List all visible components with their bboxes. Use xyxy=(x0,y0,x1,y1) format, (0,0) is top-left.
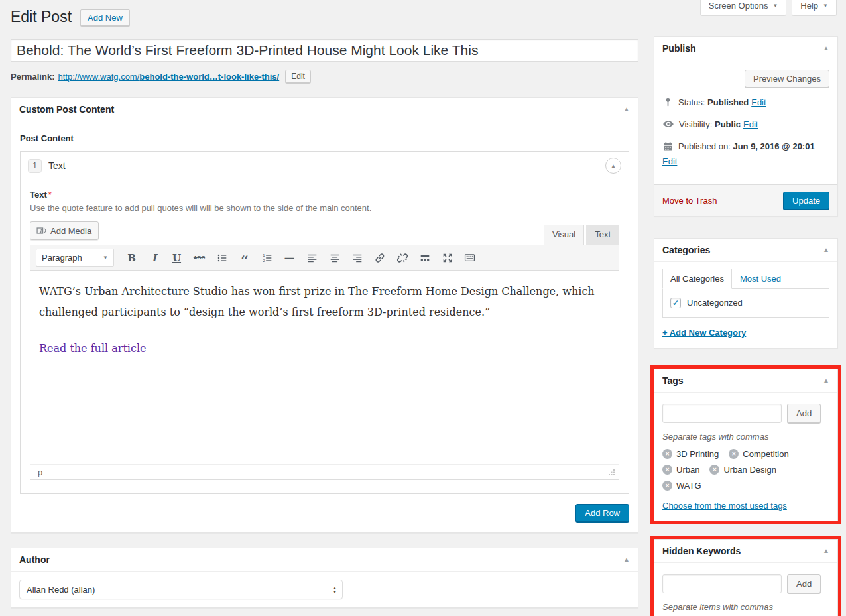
align-right-button[interactable] xyxy=(348,249,366,266)
tab-all-categories[interactable]: All Categories xyxy=(662,269,732,289)
categories-box-body: All Categories Most Used ✓ Uncategorized… xyxy=(654,262,837,348)
checkbox-checked-icon[interactable]: ✓ xyxy=(670,298,681,308)
post-title-input[interactable] xyxy=(11,39,638,62)
screen-options-label: Screen Options xyxy=(709,1,768,11)
collapse-arrow-icon: ▲ xyxy=(611,163,616,169)
status-value: Published xyxy=(707,97,749,107)
update-button[interactable]: Update xyxy=(783,192,829,210)
tag-chip: ✕3D Printing xyxy=(662,449,719,459)
author-select-value: Allan Redd (allan) xyxy=(27,585,95,595)
text-field-label-row: Text* xyxy=(30,190,619,200)
add-keyword-button[interactable]: Add xyxy=(787,574,821,593)
blockquote-button[interactable]: “ xyxy=(235,249,253,266)
permalink-edit-button[interactable]: Edit xyxy=(285,70,311,83)
help-button[interactable]: Help ▼ xyxy=(792,0,837,16)
keyboard-icon xyxy=(463,251,476,264)
publish-box-header[interactable]: Publish ▲ xyxy=(654,37,837,60)
preview-changes-button[interactable]: Preview Changes xyxy=(745,70,829,88)
repeater-row-header[interactable]: 1 Text ▲ xyxy=(21,152,629,180)
tab-text[interactable]: Text xyxy=(586,225,619,245)
collapse-arrow-icon[interactable]: ▲ xyxy=(823,45,829,52)
visibility-edit-link[interactable]: Edit xyxy=(743,119,758,129)
publish-actions: Move to Trash Update xyxy=(654,184,837,216)
screen-options-button[interactable]: Screen Options ▼ xyxy=(700,0,787,16)
text-field-description: Use the quote feature to add pull quotes… xyxy=(30,203,619,213)
numbered-list-button[interactable]: 12 xyxy=(258,249,276,266)
remove-tag-icon[interactable]: ✕ xyxy=(709,465,719,475)
add-tag-button[interactable]: Add xyxy=(787,404,821,423)
underline-button[interactable]: U xyxy=(168,249,186,266)
tag-chip: ✕Urban Design xyxy=(709,465,776,475)
italic-icon: I xyxy=(152,252,156,264)
add-new-category-link[interactable]: + Add New Category xyxy=(662,328,746,338)
move-to-trash-link[interactable]: Move to Trash xyxy=(662,196,717,206)
add-new-button[interactable]: Add New xyxy=(80,9,130,26)
permalink-label: Permalink: xyxy=(11,72,54,82)
horizontal-rule-icon: — xyxy=(285,253,294,263)
keyword-input-row: Add xyxy=(662,574,829,593)
category-item-uncategorized[interactable]: ✓ Uncategorized xyxy=(670,298,821,308)
blockquote-icon: “ xyxy=(240,251,249,265)
remove-tag-icon[interactable]: ✕ xyxy=(662,481,672,491)
row-number-badge[interactable]: 1 xyxy=(28,159,42,173)
tag-label: WATG xyxy=(676,481,701,491)
align-center-button[interactable] xyxy=(326,249,343,266)
remove-tag-icon[interactable]: ✕ xyxy=(662,449,672,459)
repeater-row-label: Text xyxy=(48,160,66,171)
tags-box-header[interactable]: Tags ▲ xyxy=(654,369,837,393)
bulleted-list-button[interactable] xyxy=(213,249,231,266)
media-icon xyxy=(36,225,46,236)
collapse-arrow-icon[interactable]: ▲ xyxy=(823,377,829,384)
author-box-body: Allan Redd (allan) ▲ ▼ xyxy=(11,572,638,607)
italic-button[interactable]: I xyxy=(145,249,163,266)
strikethrough-button[interactable]: ABC xyxy=(190,249,208,266)
tag-input[interactable] xyxy=(662,404,782,423)
editor-tools-row: Add Media Visual Text xyxy=(30,221,619,245)
tags-box: Tags ▲ Add Separate tags with commas ✕3D… xyxy=(654,369,838,521)
horizontal-rule-button[interactable]: — xyxy=(280,249,298,266)
read-full-article-link[interactable]: Read the full article xyxy=(39,342,147,355)
paragraph-format-select[interactable]: Paragraph ▼ xyxy=(36,249,114,267)
align-left-button[interactable] xyxy=(303,249,321,266)
insert-read-more-button[interactable] xyxy=(416,249,434,266)
editor-statusbar: p xyxy=(30,464,619,479)
collapse-arrow-icon[interactable]: ▲ xyxy=(823,548,829,554)
published-on-edit-link[interactable]: Edit xyxy=(662,155,829,168)
bold-button[interactable]: B xyxy=(123,249,141,266)
permalink-link[interactable]: http://www.watg.com/behold-the-world…t-l… xyxy=(58,72,279,82)
author-box-header[interactable]: Author ▲ xyxy=(11,548,638,572)
insert-link-button[interactable] xyxy=(371,249,389,266)
tag-list: ✕3D Printing ✕Competition ✕Urban ✕Urban … xyxy=(662,449,825,491)
distraction-free-button[interactable] xyxy=(438,249,456,266)
choose-most-used-tags-link[interactable]: Choose from the most used tags xyxy=(662,501,787,511)
add-media-button[interactable]: Add Media xyxy=(30,221,99,240)
author-select[interactable]: Allan Redd (allan) ▲ ▼ xyxy=(19,580,343,599)
collapse-arrow-icon[interactable]: ▲ xyxy=(623,556,630,563)
resize-grip-icon[interactable] xyxy=(608,469,615,476)
editor-toolbar: Paragraph ▼ B I U ABC “ 12 — xyxy=(30,245,619,271)
hidden-keyword-input[interactable] xyxy=(662,574,782,593)
box-title: Custom Post Content xyxy=(19,104,114,115)
row-collapse-button[interactable]: ▲ xyxy=(605,158,621,174)
chevron-down-icon: ▼ xyxy=(103,255,108,261)
custom-post-content-body: Post Content 1 Text ▲ Text* Use the quot… xyxy=(11,121,638,532)
add-row-button[interactable]: Add Row xyxy=(575,504,629,522)
chevron-down-icon: ▼ xyxy=(823,3,828,9)
toolbar-toggle-button[interactable] xyxy=(461,249,479,266)
remove-tag-icon[interactable]: ✕ xyxy=(729,449,739,459)
status-edit-link[interactable]: Edit xyxy=(751,97,766,107)
tag-chip: ✕WATG xyxy=(662,481,701,491)
hidden-keywords-box-header[interactable]: Hidden Keywords ▲ xyxy=(654,540,837,563)
remove-tag-icon[interactable]: ✕ xyxy=(662,465,672,475)
remove-link-button[interactable] xyxy=(393,249,411,266)
tab-visual[interactable]: Visual xyxy=(544,225,584,245)
custom-post-content-header[interactable]: Custom Post Content ▲ xyxy=(11,98,638,121)
collapse-arrow-icon[interactable]: ▲ xyxy=(823,247,829,253)
repeater-field: 1 Text ▲ Text* Use the quote feature to … xyxy=(20,151,629,494)
categories-box-header[interactable]: Categories ▲ xyxy=(654,239,837,262)
tab-most-used[interactable]: Most Used xyxy=(732,269,789,288)
box-title: Publish xyxy=(662,43,696,54)
editor-content[interactable]: WATG’s Urban Architecture Studio has won… xyxy=(30,271,619,464)
align-right-icon xyxy=(351,252,363,264)
collapse-arrow-icon[interactable]: ▲ xyxy=(623,106,630,113)
